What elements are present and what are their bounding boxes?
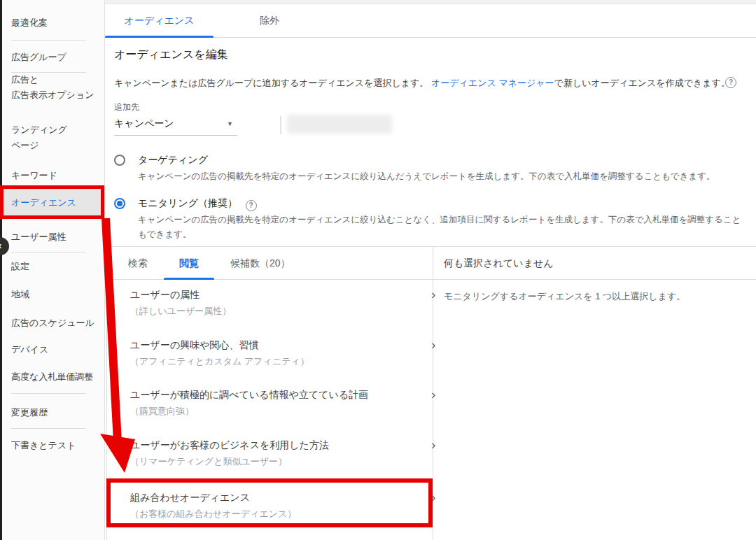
sidebar-item-demographics[interactable]: ユーザー属性 [11, 229, 103, 245]
monitoring-radio[interactable] [114, 198, 125, 209]
sidebar-item-label: 変更履歴 [11, 405, 103, 420]
sidebar-item-label: 高度な入札単価調整 [11, 369, 103, 385]
picker-tab-search[interactable]: 検索 [128, 247, 148, 279]
audience-category-affinity[interactable]: ユーザーの興味や関心、習慣 （アフィニティとカスタム アフィニティ） › [130, 338, 410, 369]
description-text: キャンペーンまたは広告グループに追加するオーディエンスを選択します。 [114, 78, 431, 88]
sidebar-item-locations[interactable]: 地域 [11, 287, 103, 302]
category-subtitle: （お客様の組み合わせオーディエンス） [130, 507, 410, 521]
chevron-right-icon[interactable]: › [431, 338, 435, 352]
category-subtitle: （リマーケティングと類似ユーザー） [130, 455, 410, 469]
sidebar-item-label: 下書きとテスト [11, 438, 103, 453]
sidebar-item-change-history[interactable]: 変更履歴 [11, 405, 103, 420]
picker-tab-browse[interactable]: 閲覧 [179, 247, 199, 279]
tab-audiences[interactable]: オーディエンス [105, 4, 214, 37]
sidebar-item-advanced-bid-adj[interactable]: 高度な入札単価調整 [11, 369, 103, 385]
category-title: ユーザーの興味や関心、習慣 [130, 338, 410, 352]
category-subtitle: （アフィニティとカスタム アフィニティ） [130, 355, 410, 369]
add-to-label: 追加先 [114, 101, 139, 113]
campaign-select[interactable]: キャンペーン ▼ [114, 114, 237, 136]
sidebar-item-label: ランディング [11, 122, 103, 138]
chevron-right-icon[interactable]: › [431, 287, 435, 301]
sidebar-item-label: 広告と [11, 72, 103, 87]
active-tab-underline [164, 278, 214, 280]
sidebar-divider [11, 252, 86, 253]
sidebar-item-label: 広告のスケジュール [11, 315, 103, 331]
category-title: 組み合わせオーディエンス [130, 490, 410, 504]
audience-manager-link[interactable]: オーディエンス マネージャー [431, 78, 554, 88]
page-description: キャンペーンまたは広告グループに追加するオーディエンスを選択します。 オーディエ… [114, 77, 744, 90]
sidebar-item-optimization[interactable]: 最適化案 [11, 15, 103, 31]
monitoring-radio-label: モニタリング（推奨） [138, 197, 237, 208]
tab-label: オーディエンス [125, 15, 195, 26]
chevron-glyph: › [431, 387, 435, 402]
chevron-left-icon: ‹ [0, 239, 2, 251]
category-subtitle: （詳しいユーザー属性） [130, 304, 410, 318]
sidebar-item-label: デバイス [11, 342, 103, 357]
help-icon[interactable]: ? [246, 200, 257, 211]
targeting-radio-description: キャンペーンの広告の掲載先を特定のオーディエンスに絞り込んだうえでレポートを生成… [138, 169, 740, 184]
picker-tab-bar: 検索 閲覧 候補数（20） 何も選択されていません [107, 247, 756, 280]
sidebar-item-label: ユーザー属性 [11, 229, 103, 245]
question-mark-glyph: ? [249, 201, 253, 209]
chevron-right-icon[interactable]: › [431, 490, 435, 504]
sidebar-item-landing-pages[interactable]: ランディング ページ [11, 122, 103, 153]
sidebar-divider [11, 428, 86, 429]
targeting-radio-label: ターゲティング [138, 154, 208, 166]
chevron-right-icon[interactable]: › [431, 388, 435, 402]
chevron-right-icon[interactable]: › [431, 438, 435, 452]
category-title: ユーザーの属性 [130, 287, 410, 301]
sidebar-item-label: 広告表示オプション [11, 87, 103, 103]
main-tab-bar: オーディエンス 除外 [105, 4, 756, 38]
sidebar-item-label: ページ [11, 138, 103, 153]
sidebar-item-label: 最適化案 [11, 15, 103, 31]
sidebar-nav: 最適化案 広告グループ 広告と 広告表示オプション ランディング ページ キーワ… [2, 0, 105, 540]
campaign-select-value: キャンペーン [114, 118, 174, 130]
sidebar-item-ads-extensions[interactable]: 広告と 広告表示オプション [11, 72, 103, 103]
tab-exclusions[interactable]: 除外 [214, 4, 326, 37]
category-title: ユーザーがお客様のビジネスを利用した方法 [130, 438, 410, 452]
sidebar-item-audiences[interactable]: オーディエンス [2, 187, 104, 218]
tab-label: 閲覧 [179, 257, 199, 269]
page-title: オーディエンスを編集 [114, 48, 228, 62]
selection-panel-header: 何も選択されていません [444, 247, 554, 279]
category-subtitle: （購買意向強） [130, 404, 410, 418]
campaign-name-redacted [287, 115, 392, 134]
chevron-glyph: › [431, 337, 435, 352]
chevron-glyph: › [431, 287, 435, 301]
sidebar-divider [11, 393, 86, 394]
audience-category-combined[interactable]: 組み合わせオーディエンス （お客様の組み合わせオーディエンス） › [130, 490, 410, 521]
sidebar-item-drafts-experiments[interactable]: 下書きとテスト [11, 438, 103, 453]
vertical-divider [280, 116, 281, 134]
sidebar-item-keywords[interactable]: キーワード [11, 168, 103, 183]
tab-label: 候補数（20） [230, 257, 290, 269]
picker-tab-ideas[interactable]: 候補数（20） [230, 247, 290, 279]
tab-label: 除外 [260, 15, 279, 26]
sidebar-item-label: 設定 [11, 259, 103, 274]
audience-category-remarketing[interactable]: ユーザーがお客様のビジネスを利用した方法 （リマーケティングと類似ユーザー） › [130, 438, 410, 469]
sidebar-item-label: 広告グループ [11, 50, 103, 65]
question-mark-glyph: ? [729, 78, 733, 86]
sidebar-item-label: キーワード [11, 168, 103, 183]
sidebar-item-label: オーディエンス [11, 195, 104, 211]
help-icon[interactable]: ? [725, 77, 736, 88]
window-left-edge [0, 0, 2, 540]
active-tab-underline [105, 36, 214, 38]
audience-picker-panel: 検索 閲覧 候補数（20） 何も選択されていません モニタリングするオーディエン… [106, 246, 756, 540]
selection-panel-message: モニタリングするオーディエンスを 1 つ以上選択します。 [444, 290, 724, 303]
monitoring-radio-row: モニタリング（推奨） ? [138, 197, 257, 211]
tab-label: 検索 [128, 257, 148, 269]
audience-category-demographics[interactable]: ユーザーの属性 （詳しいユーザー属性） › [130, 287, 410, 318]
audience-category-in-market[interactable]: ユーザーが積極的に調べている情報や立てている計画 （購買意向強） › [130, 388, 410, 418]
sidebar-divider [11, 40, 86, 41]
caret-down-icon: ▼ [227, 120, 233, 127]
category-title: ユーザーが積極的に調べている情報や立てている計画 [130, 388, 410, 402]
sidebar-item-devices[interactable]: デバイス [11, 342, 103, 357]
sidebar-item-ad-groups[interactable]: 広告グループ [11, 50, 103, 65]
chevron-glyph: › [431, 437, 435, 452]
targeting-radio[interactable] [114, 155, 125, 166]
sidebar-item-ad-schedule[interactable]: 広告のスケジュール [11, 315, 103, 331]
chevron-glyph: › [431, 490, 435, 504]
sidebar-item-settings[interactable]: 設定 [11, 259, 103, 274]
description-text: で新しいオーディエンスを作成できます。 [554, 78, 730, 88]
monitoring-radio-description: キャンペーンの広告の掲載先を特定のオーディエンスに絞り込むことなく、追加項目に関… [138, 213, 746, 242]
